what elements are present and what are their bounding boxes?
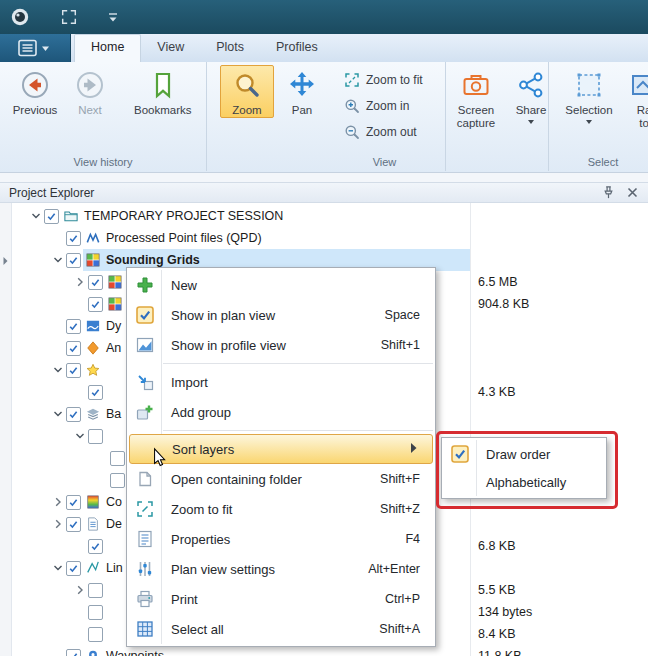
checkbox-unchecked[interactable]: [88, 605, 103, 620]
zoom-to-fit-button[interactable]: Zoom to fit: [338, 67, 429, 93]
tab-profiles[interactable]: Profiles: [260, 34, 334, 62]
checkbox-checked[interactable]: [66, 517, 81, 532]
checkbox-checked[interactable]: [88, 385, 103, 400]
tree-item-label: Waypoints: [106, 649, 164, 656]
menu-item-label: Add group: [171, 405, 231, 420]
open-folder-icon: [135, 469, 155, 489]
zoom-in-button[interactable]: Zoom in: [338, 93, 429, 119]
checkbox-unchecked[interactable]: [88, 583, 103, 598]
tab-view[interactable]: View: [141, 34, 200, 62]
profile-view-icon: [135, 335, 155, 355]
button-label: Ra to: [632, 104, 648, 130]
pan-button[interactable]: Pan: [275, 65, 329, 118]
chevron-expanded-icon[interactable]: [50, 362, 66, 378]
checkbox-checked[interactable]: [66, 341, 81, 356]
chevron-collapsed-icon[interactable]: [50, 516, 66, 532]
chevron-expanded-icon[interactable]: [50, 252, 66, 268]
checkbox-checked[interactable]: [66, 253, 81, 268]
tree-item-label: Co: [106, 495, 122, 509]
menu-item-shortcut: Shift+1: [381, 338, 435, 352]
chevron-collapsed-icon[interactable]: [50, 494, 66, 510]
menu-item-label: Show in profile view: [171, 338, 286, 353]
splitter-arrow-icon[interactable]: [1, 255, 10, 267]
quick-access-dropdown-icon[interactable]: [106, 10, 120, 24]
new-icon: [136, 276, 154, 294]
chevron-collapsed-icon[interactable]: [72, 582, 88, 598]
ra-to-button[interactable]: Ra to: [617, 65, 648, 131]
close-icon[interactable]: [626, 186, 639, 199]
checkbox-unchecked[interactable]: [110, 451, 125, 466]
colormap-icon: [86, 495, 100, 509]
checkbox-checked[interactable]: [66, 649, 81, 656]
tree-row-processed-point-files-qpd-[interactable]: Processed Point files (QPD): [11, 227, 648, 249]
tab-home[interactable]: Home: [74, 34, 141, 62]
submenu-item-draw-order[interactable]: Draw order: [442, 440, 606, 468]
expander-spacer: [72, 538, 88, 554]
checkbox-checked[interactable]: [88, 275, 103, 290]
menu-item-import[interactable]: Import: [127, 367, 435, 397]
button-label: Zoom: [232, 104, 261, 117]
menu-item-properties[interactable]: PropertiesF4: [127, 524, 435, 554]
chevron-expanded-icon: [53, 255, 63, 265]
add-group-icon: [135, 402, 155, 422]
zoom-out-button[interactable]: Zoom out: [338, 119, 429, 145]
menu-item-plan-view-settings[interactable]: Plan view settingsAlt+Enter: [127, 554, 435, 584]
menu-item-show-in-profile-view[interactable]: Show in profile viewShift+1: [127, 330, 435, 360]
bookmarks-button[interactable]: Bookmarks: [130, 65, 196, 118]
checkbox-checked[interactable]: [66, 363, 81, 378]
menu-item-select-all[interactable]: Select allShift+A: [127, 614, 435, 644]
chevron-expanded-icon[interactable]: [28, 208, 44, 224]
fullscreen-icon[interactable]: [60, 8, 78, 26]
select-all-icon: [135, 619, 155, 639]
select-all-icon: [136, 620, 154, 638]
chevron-collapsed-icon[interactable]: [72, 274, 88, 290]
checkbox-checked[interactable]: [66, 561, 81, 576]
next-button[interactable]: Next: [63, 65, 117, 118]
checkbox-unchecked[interactable]: [88, 429, 103, 444]
button-label: Bookmarks: [134, 104, 192, 117]
submenu-item-alphabetically[interactable]: Alphabetically: [442, 468, 606, 496]
pin-icon[interactable]: [601, 185, 616, 200]
chevron-expanded-icon[interactable]: [50, 560, 66, 576]
zoom-button[interactable]: Zoom: [220, 65, 274, 118]
checkbox-unchecked[interactable]: [88, 627, 103, 642]
app-logo-icon: [10, 7, 30, 27]
chevron-expanded-icon[interactable]: [72, 428, 88, 444]
checkbox-checked[interactable]: [66, 231, 81, 246]
checkbox-checked[interactable]: [66, 319, 81, 334]
menu-item-show-in-plan-view[interactable]: Show in plan viewSpace: [127, 300, 435, 330]
checkbox-checked[interactable]: [66, 495, 81, 510]
menu-item-label: Properties: [171, 532, 230, 547]
zoom-fit-icon: [136, 500, 154, 518]
previous-button[interactable]: Previous: [8, 65, 62, 118]
menu-item-add-group[interactable]: Add group: [127, 397, 435, 427]
menu-item-print[interactable]: PrintCtrl+P: [127, 584, 435, 614]
checked-box-icon: [136, 306, 154, 324]
tree-row-temporary-project-session[interactable]: TEMPORARY PROJECT SESSION: [11, 205, 648, 227]
menu-item-label: Print: [171, 592, 198, 607]
application-menu-button[interactable]: [0, 34, 71, 62]
menu-item-zoom-to-fit[interactable]: Zoom to fitShift+Z: [127, 494, 435, 524]
menu-item-new[interactable]: New: [127, 270, 435, 300]
check-icon: [68, 321, 79, 332]
check-icon: [68, 255, 79, 266]
menu-item-open-containing-folder[interactable]: Open containing folderShift+F: [127, 464, 435, 494]
screen-capture-button[interactable]: Screen capture: [449, 65, 503, 131]
panel-title: Project Explorer: [9, 186, 601, 200]
checkbox-checked[interactable]: [44, 209, 59, 224]
file-size: 904.8 KB: [478, 297, 529, 311]
properties-icon: [136, 530, 154, 548]
chevron-expanded-icon[interactable]: [50, 406, 66, 422]
checkbox-checked[interactable]: [66, 407, 81, 422]
waypoints-icon: [86, 649, 100, 656]
selection-button[interactable]: Selection: [562, 65, 616, 125]
checkbox-checked[interactable]: [88, 297, 103, 312]
chevron-collapsed-icon: [53, 497, 63, 507]
tab-plots[interactable]: Plots: [200, 34, 260, 62]
check-icon: [68, 343, 79, 354]
zoom-to-fit-icon: [344, 72, 360, 88]
menu-item-sort-layers[interactable]: Sort layers: [129, 434, 433, 464]
checkbox-checked[interactable]: [88, 539, 103, 554]
checkbox-unchecked[interactable]: [110, 473, 125, 488]
button-label: Zoom in: [366, 99, 409, 113]
